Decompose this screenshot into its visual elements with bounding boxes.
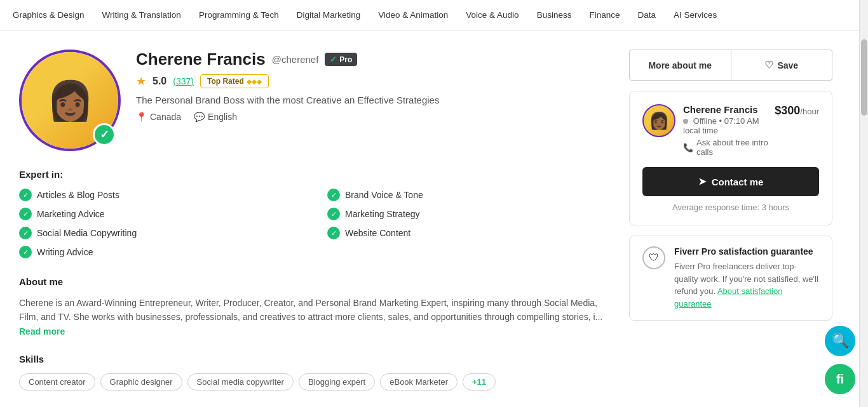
expert-item-left-3: ✓Writing Advice: [19, 246, 302, 258]
rating-count[interactable]: (337): [173, 76, 194, 86]
expert-label: Website Content: [345, 228, 410, 238]
location-item: 📍 Canada: [136, 112, 181, 122]
expert-item-left-1: ✓Marketing Advice: [19, 208, 302, 220]
language-item: 💬 English: [194, 112, 237, 122]
avg-response-text: Average response time: 3 hours: [642, 203, 819, 212]
main-content: 👩🏾 ✓ Cherene Francis @cherenef ✓ Pro ★ 5…: [0, 30, 851, 407]
heart-icon: ♡: [764, 59, 773, 71]
seller-status: Offline • 07:10 AM local time: [683, 116, 775, 135]
read-more-link[interactable]: Read more: [19, 326, 65, 337]
expert-item-right-3: [327, 246, 610, 258]
free-intro-row: 📞 Ask about free intro calls: [683, 138, 775, 157]
send-icon: ➤: [698, 176, 707, 187]
floating-fiverr-button[interactable]: fi: [825, 364, 855, 394]
skill-tag-3[interactable]: Blogging expert: [299, 373, 375, 390]
pro-badge-label: Pro: [339, 55, 352, 64]
guarantee-desc: Fiverr Pro freelancers deliver top-quali…: [674, 260, 819, 310]
seller-avatar: 👩🏾: [642, 104, 675, 137]
diamond-icons: ◆◆◆: [247, 78, 262, 85]
expert-item-left-0: ✓Articles & Blog Posts: [19, 189, 302, 201]
contact-me-button[interactable]: ➤ Contact me: [642, 167, 819, 196]
shield-icon: 🛡: [642, 246, 665, 269]
location-text: Canada: [150, 112, 181, 122]
avatar-wrap: 👩🏾 ✓: [19, 50, 121, 151]
scrollbar[interactable]: [859, 0, 868, 407]
about-label: About me: [19, 276, 610, 287]
about-text: Cherene is an Award-Winning Entrepreneur…: [19, 296, 610, 338]
check-icon: ✓: [19, 246, 32, 258]
save-label: Save: [777, 60, 798, 70]
seller-price: $300/hour: [775, 104, 819, 117]
skill-tag-0[interactable]: Content creator: [19, 373, 95, 390]
floating-search-button[interactable]: 🔍: [825, 326, 855, 356]
top-nav: Graphics & DesignWriting & TranslationPr…: [0, 0, 868, 30]
action-buttons: More about me ♡ Save: [629, 50, 832, 81]
expert-label: Marketing Strategy: [345, 209, 420, 219]
skills-more-tag[interactable]: +11: [463, 373, 496, 390]
nav-item-business[interactable]: Business: [537, 10, 572, 20]
nav-item-voice---audio[interactable]: Voice & Audio: [466, 10, 519, 20]
expert-label: Writing Advice: [37, 247, 93, 257]
location-icon: 📍: [136, 112, 147, 122]
rating-score: 5.0: [153, 76, 166, 87]
expert-item-right-1: ✓Marketing Strategy: [327, 208, 610, 220]
free-intro-text: Ask about free intro calls: [696, 138, 775, 157]
offline-label: Offline: [693, 116, 717, 126]
skill-tag-4[interactable]: eBook Marketer: [380, 373, 458, 390]
skill-tag-1[interactable]: Graphic designer: [100, 373, 182, 390]
save-button[interactable]: ♡ Save: [731, 50, 833, 81]
seller-card-header: 👩🏾 Cherene Francis Offline • 07:10 AM lo…: [642, 104, 819, 157]
nav-item-writing---translation[interactable]: Writing & Translation: [102, 10, 181, 20]
expert-label: Social Media Copywriting: [37, 228, 137, 238]
expert-grid: ✓Articles & Blog Posts✓Brand Voice & Ton…: [19, 189, 610, 258]
nav-item-ai-services[interactable]: AI Services: [674, 10, 717, 20]
right-column: More about me ♡ Save 👩🏾 Cherene Francis …: [629, 50, 832, 397]
star-icon: ★: [136, 74, 146, 88]
profile-name-row: Cherene Francis @cherenef ✓ Pro: [136, 50, 610, 69]
expert-section-label: Expert in:: [19, 169, 610, 180]
phone-icon: 📞: [683, 143, 693, 152]
chat-icon: 💬: [194, 112, 205, 122]
check-icon: ✓: [19, 189, 32, 201]
nav-item-video---animation[interactable]: Video & Animation: [378, 10, 448, 20]
seller-card: 👩🏾 Cherene Francis Offline • 07:10 AM lo…: [629, 91, 832, 225]
offline-dot: [683, 119, 688, 124]
profile-header: 👩🏾 ✓ Cherene Francis @cherenef ✓ Pro ★ 5…: [19, 50, 610, 151]
language-text: English: [208, 112, 237, 122]
more-about-me-button[interactable]: More about me: [629, 50, 731, 81]
check-icon: ✓: [19, 208, 32, 220]
check-icon: ✓: [19, 227, 32, 239]
check-icon: ✓: [327, 208, 340, 220]
profile-info: Cherene Francis @cherenef ✓ Pro ★ 5.0 (3…: [136, 50, 610, 122]
guarantee-text: Fiverr Pro satisfaction guarantee Fiverr…: [674, 246, 819, 310]
check-icon: ✓: [327, 189, 340, 201]
scrollbar-thumb[interactable]: [861, 39, 867, 116]
expert-label: Marketing Advice: [37, 209, 105, 219]
expert-label: Articles & Blog Posts: [37, 190, 119, 200]
skills-list: Content creatorGraphic designerSocial me…: [19, 373, 610, 390]
skills-section: Skills Content creatorGraphic designerSo…: [19, 354, 610, 390]
skill-tag-2[interactable]: Social media copywriter: [187, 373, 294, 390]
nav-item-graphics---design[interactable]: Graphics & Design: [13, 10, 85, 20]
nav-item-data[interactable]: Data: [637, 10, 656, 20]
profile-name: Cherene Francis: [136, 50, 266, 69]
per-hour: /hour: [800, 107, 819, 116]
guarantee-title: Fiverr Pro satisfaction guarantee: [674, 246, 819, 257]
seller-name: Cherene Francis: [683, 104, 775, 115]
expert-item-right-2: ✓Website Content: [327, 227, 610, 239]
nav-item-programming---tech[interactable]: Programming & Tech: [199, 10, 279, 20]
nav-item-digital-marketing[interactable]: Digital Marketing: [297, 10, 361, 20]
top-rated-label: Top Rated: [207, 77, 244, 86]
profile-tagline: The Personal Brand Boss with the most Cr…: [136, 95, 610, 105]
skills-label: Skills: [19, 354, 610, 364]
about-section: About me Cherene is an Award-Winning Ent…: [19, 276, 610, 338]
expert-item-right-0: ✓Brand Voice & Tone: [327, 189, 610, 201]
expert-item-left-2: ✓Social Media Copywriting: [19, 227, 302, 239]
profile-handle: @cherenef: [272, 54, 319, 65]
avatar-verified-badge: ✓: [93, 123, 116, 146]
nav-item-finance[interactable]: Finance: [589, 10, 620, 20]
profile-meta: 📍 Canada 💬 English: [136, 112, 610, 122]
check-icon: ✓: [327, 227, 340, 239]
left-column: 👩🏾 ✓ Cherene Francis @cherenef ✓ Pro ★ 5…: [19, 50, 610, 397]
guarantee-card: 🛡 Fiverr Pro satisfaction guarantee Five…: [629, 236, 832, 321]
